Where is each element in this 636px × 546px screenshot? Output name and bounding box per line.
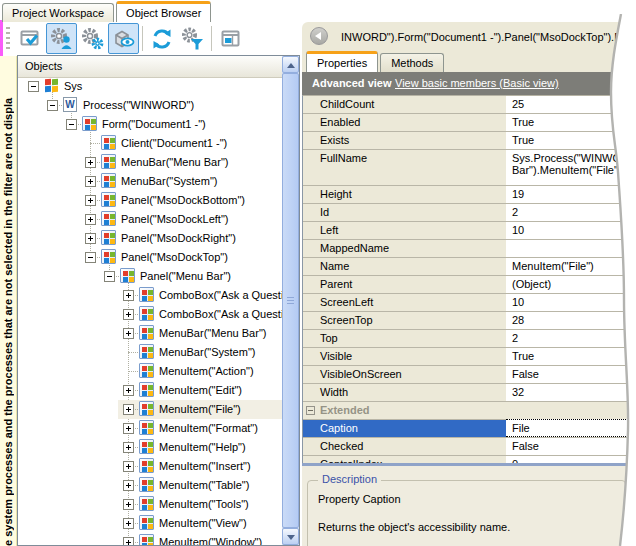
collapse-toggle[interactable] (104, 271, 115, 282)
property-value-cell[interactable]: 19 (506, 186, 636, 203)
tree-item[interactable]: MenuItem("View") (18, 514, 282, 533)
expand-toggle[interactable] (123, 423, 134, 434)
expand-toggle[interactable] (123, 461, 134, 472)
property-name-cell[interactable]: Left (303, 222, 506, 239)
property-row[interactable]: ScreenTop28 (303, 312, 636, 330)
property-name-cell[interactable]: Checked (303, 438, 506, 455)
property-value-cell[interactable]: True (506, 348, 636, 365)
property-value-cell[interactable] (506, 240, 636, 257)
property-value-cell[interactable]: File (506, 419, 636, 437)
property-value-cell[interactable]: 2 (506, 204, 636, 221)
tree-item[interactable]: ComboBox("Ask a Questio (18, 286, 282, 305)
property-name-cell[interactable]: Width (303, 384, 506, 401)
property-row[interactable]: VisibleTrue (303, 348, 636, 366)
tree-item[interactable]: MenuBar("System") (18, 343, 282, 362)
expand-toggle[interactable] (123, 385, 134, 396)
property-name-cell[interactable]: Enabled (303, 114, 506, 131)
property-row[interactable]: Top2 (303, 330, 636, 348)
tree-item[interactable]: Panel("MsoDockRight") (18, 229, 282, 248)
tree-item[interactable]: MenuBar("Menu Bar") (18, 324, 282, 343)
property-name-cell[interactable]: Height (303, 186, 506, 203)
property-value-cell[interactable]: False (506, 366, 636, 383)
tree-item[interactable]: MenuBar("Menu Bar") (18, 153, 282, 172)
collapse-toggle[interactable] (66, 119, 77, 130)
toolbar-drag-handle[interactable] (6, 27, 10, 51)
scrollbar-thumb[interactable] (282, 73, 299, 528)
expand-toggle[interactable] (85, 157, 96, 168)
property-name-cell[interactable]: Caption (303, 420, 506, 437)
property-row[interactable]: Parent(Object) (303, 276, 636, 294)
section-collapse-toggle[interactable] (306, 406, 315, 415)
property-name-cell[interactable]: FullName (303, 150, 506, 185)
property-row[interactable]: VisibleOnScreenFalse (303, 366, 636, 384)
property-value-cell[interactable]: 2 (506, 330, 636, 347)
property-name-cell[interactable]: Name (303, 258, 506, 275)
property-value-cell[interactable]: True (506, 132, 636, 149)
tree-item[interactable]: Panel("Menu Bar") (18, 267, 282, 286)
expand-toggle[interactable] (85, 195, 96, 206)
property-row[interactable]: CaptionFile (303, 420, 636, 438)
tree-item[interactable]: WProcess("WINWORD") (18, 96, 282, 115)
refresh-button[interactable] (146, 23, 177, 54)
property-name-cell[interactable]: ControlIndex (303, 456, 506, 463)
tab-properties[interactable]: Properties (306, 51, 378, 72)
track-process-button[interactable] (46, 23, 77, 54)
property-row[interactable]: Id2 (303, 204, 636, 222)
property-name-cell[interactable]: ScreenTop (303, 312, 506, 329)
property-value-cell[interactable]: 10 (506, 222, 636, 239)
tab-object-browser[interactable]: Object Browser (116, 1, 211, 22)
tree-scrollbar[interactable] (282, 56, 299, 545)
property-name-cell[interactable]: Exists (303, 132, 506, 149)
panel-layout-button[interactable] (215, 23, 246, 54)
property-value-cell[interactable]: (Object) (506, 276, 636, 293)
property-section-row[interactable]: Extended (303, 402, 636, 420)
property-row[interactable]: CheckedFalse (303, 438, 636, 456)
tree-item[interactable]: ComboBox("Ask a Questio (18, 305, 282, 324)
property-value-cell[interactable]: MenuItem("File") (506, 258, 636, 275)
collapse-toggle[interactable] (28, 81, 39, 92)
checkpoint-window-button[interactable] (15, 23, 46, 54)
options-gears-button[interactable] (77, 23, 108, 54)
tree-item[interactable]: MenuItem("Action") (18, 362, 282, 381)
tree-item[interactable]: MenuItem("Window") (18, 533, 282, 545)
tree-item[interactable]: MenuItem("Table") (18, 476, 282, 495)
tree-item[interactable]: MenuItem("Insert") (18, 457, 282, 476)
collapse-toggle[interactable] (85, 252, 96, 263)
property-value-cell[interactable]: 0 (506, 456, 636, 463)
property-name-cell[interactable]: ChildCount (303, 96, 506, 113)
property-value-cell[interactable]: 32 (506, 384, 636, 401)
object-spy-button[interactable] (108, 23, 139, 54)
expand-toggle[interactable] (123, 309, 134, 320)
property-value-cell[interactable]: True (506, 114, 636, 131)
property-name-cell[interactable]: MappedName (303, 240, 506, 257)
tree-item[interactable]: Panel("MsoDockTop") (18, 248, 282, 267)
basic-view-link[interactable]: View basic members (Basic view) (395, 72, 559, 95)
expand-toggle[interactable] (123, 290, 134, 301)
property-row[interactable]: Left10 (303, 222, 636, 240)
scroll-up-button[interactable] (282, 56, 299, 73)
property-value-cell[interactable]: 25 (506, 96, 636, 113)
property-name-cell[interactable]: Parent (303, 276, 506, 293)
expand-toggle[interactable] (85, 214, 96, 225)
tree-item[interactable]: Client("Document1 -") (18, 134, 282, 153)
property-name-cell[interactable]: Extended (303, 402, 636, 419)
expand-toggle[interactable] (85, 176, 96, 187)
expand-toggle[interactable] (123, 518, 134, 529)
tree-item[interactable]: MenuItem("Edit") (18, 381, 282, 400)
property-value-cell[interactable]: 10 (506, 294, 636, 311)
property-row[interactable]: Width32 (303, 384, 636, 402)
tree-item[interactable]: Panel("MsoDockLeft") (18, 210, 282, 229)
tab-methods[interactable]: Methods (380, 53, 444, 72)
tree-item[interactable]: Panel("MsoDockBottom") (18, 191, 282, 210)
property-row[interactable]: Height19 (303, 186, 636, 204)
expand-toggle[interactable] (123, 480, 134, 491)
expand-toggle[interactable] (123, 499, 134, 510)
filter-button[interactable] (177, 23, 208, 54)
property-name-cell[interactable]: VisibleOnScreen (303, 366, 506, 383)
property-row[interactable]: FullNameSys.Process("WINWO Bar").MenuIte… (303, 150, 636, 186)
property-row[interactable]: MappedName (303, 240, 636, 258)
property-row[interactable]: ExistsTrue (303, 132, 636, 150)
expand-toggle[interactable] (123, 404, 134, 415)
property-value-cell[interactable]: 28 (506, 312, 636, 329)
property-name-cell[interactable]: ScreenLeft (303, 294, 506, 311)
